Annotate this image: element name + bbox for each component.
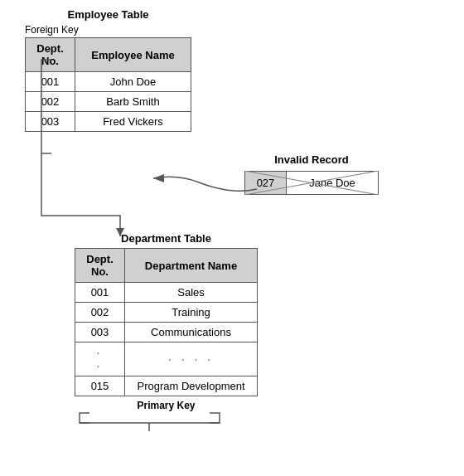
emp-name-2: Barb Smith (75, 92, 191, 112)
primary-key-label: Primary Key (75, 400, 258, 411)
employee-dept-header: Dept.No. (26, 38, 75, 72)
table-row: 001 Sales (75, 283, 258, 303)
table-row: 001 John Doe (26, 72, 191, 92)
invalid-dept: 027 (245, 172, 287, 194)
dots-2: · · · · (125, 342, 258, 376)
employee-section: Employee Table Foreign Key Dept.No. Empl… (25, 8, 191, 132)
table-row: 002 Barb Smith (26, 92, 191, 112)
diagram-container: Employee Table Foreign Key Dept.No. Empl… (0, 0, 464, 476)
table-row: 015 Program Development (75, 376, 258, 396)
employee-name-header: Employee Name (75, 38, 191, 72)
dept-dept-header: Dept.No. (75, 249, 125, 283)
dots-row: ·· · · · · (75, 342, 258, 376)
table-row: 002 Training (75, 303, 258, 323)
dept-name-1: Sales (125, 283, 258, 303)
table-row: 003 Fred Vickers (26, 112, 191, 132)
dept-name-header: Department Name (125, 249, 258, 283)
invalid-name: Jane Doe (287, 172, 378, 194)
dept-no-1: 001 (75, 283, 125, 303)
dept-no-3: 003 (75, 323, 125, 342)
dept-name-2: Training (125, 303, 258, 323)
employee-table-title: Employee Table (25, 8, 191, 21)
dept-name-3: Communications (125, 323, 258, 342)
invalid-record-label: Invalid Record (244, 153, 379, 166)
emp-name-1: John Doe (75, 72, 191, 92)
dept-no-last: 015 (75, 376, 125, 396)
department-table-title: Department Table (75, 232, 258, 245)
emp-dept-3: 003 (26, 112, 75, 132)
foreign-key-label: Foreign Key (25, 24, 191, 36)
department-table: Dept.No. Department Name 001 Sales 002 T… (75, 248, 258, 396)
table-row: 003 Communications (75, 323, 258, 342)
department-section: Department Table Dept.No. Department Nam… (75, 232, 258, 411)
emp-name-3: Fred Vickers (75, 112, 191, 132)
dots-1: ·· (75, 342, 125, 376)
svg-marker-4 (153, 174, 164, 182)
invalid-record-section: Invalid Record 027 Jane Doe (244, 153, 379, 195)
dept-name-last: Program Development (125, 376, 258, 396)
invalid-record-box: 027 Jane Doe (244, 171, 379, 195)
emp-dept-2: 002 (26, 92, 75, 112)
emp-dept-1: 001 (26, 72, 75, 92)
employee-table: Dept.No. Employee Name 001 John Doe 002 … (25, 37, 191, 132)
dept-no-2: 002 (75, 303, 125, 323)
